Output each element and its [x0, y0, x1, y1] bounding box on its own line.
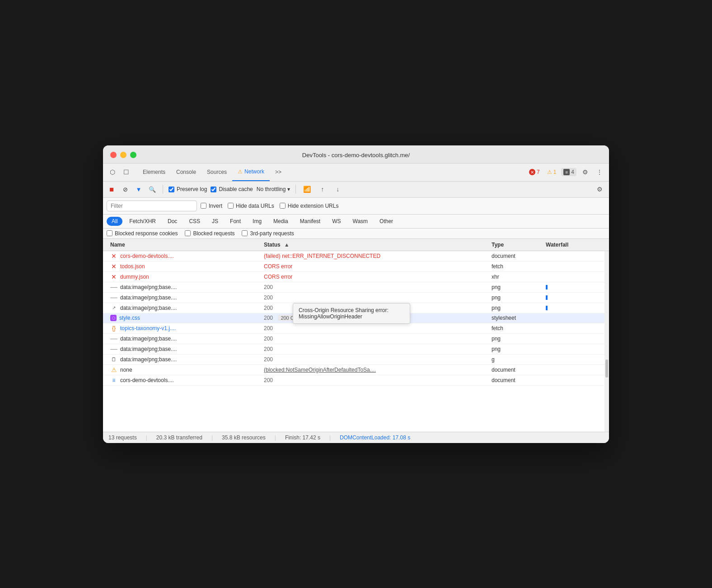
type-btn-ws[interactable]: WS — [327, 217, 346, 226]
table-row[interactable]: ✕ cors-demo-devtools.... (failed) net::E… — [103, 251, 609, 261]
table-row[interactable]: — data:image/png;base.... 200 png — [103, 334, 609, 344]
type-cell: g — [488, 355, 542, 364]
table-row[interactable]: {} topics-taxonomy-v1.j.... 200 fetch — [103, 323, 609, 334]
table-row[interactable]: ✕ dummy.json CORS error xhr — [103, 272, 609, 282]
hide-ext-urls-label[interactable]: Hide extension URLs — [280, 203, 339, 209]
search-button[interactable]: 🔍 — [147, 184, 157, 194]
name-cell: ✕ cors-demo-devtools.... — [107, 251, 260, 261]
tab-network[interactable]: ⚠ Network — [232, 163, 270, 181]
hide-data-urls-checkbox[interactable] — [228, 203, 234, 209]
download-icon[interactable]: ↓ — [332, 183, 344, 195]
type-btn-all[interactable]: All — [107, 217, 122, 226]
network-settings-icon[interactable]: ⚙ — [594, 183, 605, 195]
third-party-label[interactable]: 3rd-party requests — [242, 230, 294, 237]
error-icon: ✕ — [110, 263, 117, 270]
hide-ext-urls-checkbox[interactable] — [280, 203, 286, 209]
dash-icon: — — [110, 294, 117, 301]
hide-data-urls-label[interactable]: Hide data URLs — [228, 203, 274, 209]
table-header: Name Status ▲ Type Waterfall — [103, 239, 609, 251]
table-row[interactable]: ⚠ none (blocked:NotSameOriginAfterDefaul… — [103, 365, 609, 375]
table-row[interactable]: ≡ cors-demo-devtools.... 200 document — [103, 375, 609, 386]
doc-icon: ≡ — [110, 377, 117, 384]
type-btn-css[interactable]: CSS — [184, 217, 205, 226]
minimize-button[interactable] — [120, 152, 126, 158]
blocked-filter-bar: Blocked response cookies Blocked request… — [103, 229, 609, 239]
invert-label[interactable]: Invert — [201, 203, 222, 209]
name-cell: 🗒 data:image/png;base.... — [107, 355, 260, 364]
header-status[interactable]: Status ▲ — [260, 239, 488, 251]
type-cell: fetch — [488, 262, 542, 271]
table-row[interactable]: — data:image/png;base.... 200 png — [103, 282, 609, 293]
type-btn-wasm[interactable]: Wasm — [348, 217, 373, 226]
type-btn-manifest[interactable]: Manifest — [295, 217, 325, 226]
waterfall-cell — [542, 284, 605, 291]
throttle-select[interactable]: No throttling ▾ — [257, 186, 290, 192]
disable-cache-checkbox[interactable] — [211, 187, 216, 192]
controls-bar: ⏹ ⊘ ▼ 🔍 Preserve log Disable cache No th… — [103, 182, 609, 198]
third-party-checkbox[interactable] — [242, 230, 248, 236]
type-cell: png — [488, 293, 542, 302]
name-cell: {} topics-taxonomy-v1.j.... — [107, 323, 260, 333]
waterfall-cell — [542, 348, 605, 350]
row-name: data:image/png;base.... — [120, 346, 177, 352]
name-cell: ⚠ none — [107, 365, 260, 375]
more-icon[interactable]: ⋮ — [594, 166, 605, 178]
preserve-log-checkbox[interactable] — [169, 187, 174, 192]
status-cell: 200 — [260, 283, 488, 292]
name-cell: ≡ cors-demo-devtools.... — [107, 375, 260, 385]
header-name[interactable]: Name — [107, 239, 260, 251]
tab-console[interactable]: Console — [171, 163, 201, 181]
upload-icon[interactable]: ↑ — [317, 183, 328, 195]
type-btn-img[interactable]: Img — [248, 217, 267, 226]
dash-icon: — — [110, 345, 117, 353]
close-button[interactable] — [110, 152, 117, 158]
cors-tooltip: Cross-Origin Resource Sharing error: Mis… — [293, 303, 410, 324]
maximize-button[interactable] — [130, 152, 136, 158]
header-waterfall[interactable]: Waterfall — [542, 239, 605, 251]
type-btn-media[interactable]: Media — [268, 217, 293, 226]
table-row[interactable]: — data:image/png;base.... 200 png — [103, 293, 609, 303]
invert-checkbox[interactable] — [201, 203, 206, 209]
type-btn-other[interactable]: Other — [375, 217, 398, 226]
inspect-icon[interactable]: ⬡ — [107, 166, 118, 178]
row-name: data:image/png;base.... — [120, 294, 177, 301]
preserve-log-label[interactable]: Preserve log — [169, 186, 207, 192]
filter-input[interactable] — [107, 201, 197, 211]
tab-elements[interactable]: Elements — [137, 163, 171, 181]
table-row[interactable]: ✕ todos.json CORS error fetch — [103, 261, 609, 272]
wifi-icon[interactable]: 📶 — [301, 183, 313, 195]
table-row[interactable]: — data:image/png;base.... 200 png — [103, 344, 609, 355]
tab-sources[interactable]: Sources — [201, 163, 232, 181]
type-btn-font[interactable]: Font — [225, 217, 246, 226]
dash-icon: — — [110, 335, 117, 342]
blocked-requests-label[interactable]: Blocked requests — [185, 230, 234, 237]
clear-button[interactable]: ⊘ — [120, 184, 130, 194]
tab-more[interactable]: >> — [270, 163, 287, 181]
type-btn-js[interactable]: JS — [207, 217, 223, 226]
name-cell: — data:image/png;base.... — [107, 282, 260, 292]
waterfall-cell — [542, 275, 605, 278]
waterfall-cell — [542, 255, 605, 257]
header-type[interactable]: Type — [488, 239, 542, 251]
name-cell: ✕ dummy.json — [107, 272, 260, 282]
stop-recording-button[interactable]: ⏹ — [107, 184, 117, 194]
row-name: cors-demo-devtools.... — [120, 377, 174, 383]
waterfall-cell — [542, 327, 605, 330]
settings-icon[interactable]: ⚙ — [579, 166, 591, 178]
type-btn-doc[interactable]: Doc — [163, 217, 182, 226]
disable-cache-label[interactable]: Disable cache — [211, 186, 253, 192]
requests-count: 13 requests — [108, 434, 137, 441]
row-name: data:image/png;base.... — [120, 305, 177, 311]
waterfall-cell — [542, 317, 605, 319]
status-cell: 200 — [260, 324, 488, 333]
waterfall-bar — [546, 295, 548, 300]
type-btn-fetch[interactable]: Fetch/XHR — [124, 217, 161, 226]
device-icon[interactable]: ☐ — [120, 166, 132, 178]
filter-button[interactable]: ▼ — [134, 184, 144, 194]
blocked-requests-checkbox[interactable] — [185, 230, 191, 236]
blocked-cookies-label[interactable]: Blocked response cookies — [107, 230, 178, 237]
network-table: ✕ cors-demo-devtools.... (failed) net::E… — [103, 251, 609, 432]
table-row[interactable]: 🗒 data:image/png;base.... 200 g — [103, 355, 609, 365]
filter-bar: Invert Hide data URLs Hide extension URL… — [103, 198, 609, 215]
blocked-cookies-checkbox[interactable] — [107, 230, 112, 236]
